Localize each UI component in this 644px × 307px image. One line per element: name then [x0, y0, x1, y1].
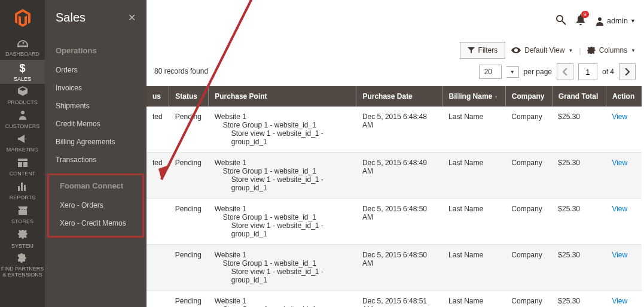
cell-action: View — [606, 291, 642, 308]
nav-label: MARKETING — [7, 147, 39, 153]
view-link[interactable]: View — [612, 159, 627, 167]
cube-icon — [18, 86, 28, 98]
cell-purchase-point: Website 1Store Group 1 - website_id_1Sto… — [209, 291, 356, 308]
nav-sales[interactable]: $ SALES — [0, 60, 45, 84]
dollar-icon: $ — [19, 62, 25, 75]
cell-action: View — [606, 245, 642, 291]
prev-page-button[interactable] — [557, 63, 573, 80]
page-input[interactable] — [578, 63, 597, 80]
columns-label: Columns — [599, 46, 627, 54]
cell-grand-total: $25.30 — [552, 107, 606, 153]
nav-label: PRODUCTS — [7, 99, 38, 105]
table-row[interactable]: tedPendingWebsite 1Store Group 1 - websi… — [146, 107, 642, 153]
nav-extensions[interactable]: FIND PARTNERS & EXTENSIONS — [0, 251, 45, 280]
flyout-shipments[interactable]: Shipments — [45, 97, 146, 115]
gear-icon — [18, 230, 28, 242]
cell-us — [146, 245, 169, 291]
cell-billing-name: Last Name — [442, 107, 505, 153]
admin-dropdown[interactable]: admin ▼ — [595, 16, 636, 26]
nav-label: SYSTEM — [11, 243, 33, 249]
magento-logo[interactable] — [0, 0, 45, 36]
cell-action: View — [606, 153, 642, 199]
nav-label: CONTENT — [10, 171, 36, 177]
cell-billing-name: Last Name — [442, 291, 505, 308]
flyout-section-operations: Operations — [45, 40, 146, 61]
nav-stores[interactable]: STORES — [0, 203, 45, 227]
puzzle-icon — [18, 253, 28, 265]
th-action[interactable]: Action — [606, 86, 642, 107]
flyout-orders[interactable]: Orders — [45, 61, 146, 79]
gear-icon — [587, 47, 596, 54]
nav-customers[interactable]: CUSTOMERS — [0, 108, 45, 132]
nav-products[interactable]: PRODUCTS — [0, 84, 45, 108]
flyout-transactions[interactable]: Transactions — [45, 151, 146, 169]
default-view-label: Default View — [524, 46, 564, 54]
cell-status: Pending — [169, 107, 209, 153]
th-company[interactable]: Company — [505, 86, 552, 107]
th-status[interactable]: Status — [169, 86, 209, 107]
cell-grand-total: $25.30 — [552, 291, 606, 308]
flyout-xero-credit-memos[interactable]: Xero - Credit Memos — [49, 214, 142, 232]
columns-dropdown[interactable]: Columns ▼ — [587, 46, 636, 54]
cell-company: Company — [505, 245, 552, 291]
nav-reports[interactable]: REPORTS — [0, 180, 45, 203]
close-icon[interactable]: ✕ — [128, 12, 136, 23]
flyout-title: Sales — [56, 11, 86, 25]
nav-dashboard[interactable]: DASHBOARD — [0, 36, 45, 60]
flyout-credit-memos[interactable]: Credit Memos — [45, 115, 146, 133]
sort-asc-icon: ↑ — [495, 94, 498, 100]
svg-rect-5 — [21, 183, 23, 191]
table-row[interactable]: PendingWebsite 1Store Group 1 - website_… — [146, 291, 642, 308]
nav-label: REPORTS — [10, 194, 35, 200]
cell-company: Company — [505, 199, 552, 245]
chevron-right-icon — [625, 68, 630, 75]
flyout-invoices[interactable]: Invoices — [45, 79, 146, 97]
nav-label: FIND PARTNERS & EXTENSIONS — [0, 266, 45, 278]
th-billing-name[interactable]: Billing Name↑ — [442, 86, 505, 107]
cell-us: ted — [146, 107, 169, 153]
default-view-dropdown[interactable]: Default View ▼ — [511, 46, 573, 54]
th-purchase-date[interactable]: Purchase Date — [356, 86, 442, 107]
table-row[interactable]: PendingWebsite 1Store Group 1 - website_… — [146, 199, 642, 245]
svg-rect-1 — [18, 159, 28, 161]
cell-purchase-date: Dec 5, 2015 6:48:51 AM — [356, 291, 442, 308]
flyout-billing-agreements[interactable]: Billing Agreements — [45, 133, 146, 151]
per-page-dropdown[interactable]: ▼ — [506, 66, 519, 78]
dashboard-icon — [17, 39, 28, 50]
cell-us — [146, 291, 169, 308]
nav-system[interactable]: SYSTEM — [0, 227, 45, 251]
th-grand-total[interactable]: Grand Total — [552, 86, 606, 107]
svg-rect-2 — [18, 162, 22, 167]
person-icon — [19, 110, 26, 122]
cell-purchase-point: Website 1Store Group 1 - website_id_1Sto… — [209, 153, 356, 199]
view-link[interactable]: View — [612, 297, 627, 305]
table-row[interactable]: tedPendingWebsite 1Store Group 1 - websi… — [146, 153, 642, 199]
cell-billing-name: Last Name — [442, 153, 505, 199]
cell-purchase-date: Dec 5, 2015 6:48:49 AM — [356, 153, 442, 199]
nav-marketing[interactable]: MARKETING — [0, 132, 45, 156]
cell-status: Pending — [169, 199, 209, 245]
search-icon[interactable] — [556, 14, 566, 27]
table-row[interactable]: PendingWebsite 1Store Group 1 - website_… — [146, 245, 642, 291]
next-page-button[interactable] — [619, 63, 636, 80]
cell-grand-total: $25.30 — [552, 245, 606, 291]
megaphone-icon — [18, 135, 28, 145]
svg-rect-6 — [24, 185, 26, 191]
th-us[interactable]: us — [146, 86, 169, 107]
flyout-xero-orders[interactable]: Xero - Orders — [49, 196, 142, 214]
filters-button[interactable]: Filters — [460, 42, 506, 59]
cell-billing-name: Last Name — [442, 199, 505, 245]
chevron-down-icon: ▼ — [630, 18, 636, 24]
orders-grid: us Status Purchase Point Purchase Date B… — [146, 86, 642, 307]
svg-point-0 — [21, 111, 25, 114]
view-link[interactable]: View — [612, 113, 627, 121]
chevron-down-icon: ▼ — [568, 48, 573, 53]
view-link[interactable]: View — [612, 251, 627, 259]
flyout-section-fooman: Fooman Connect — [49, 175, 142, 196]
th-purchase-point[interactable]: Purchase Point — [209, 86, 356, 107]
svg-point-11 — [598, 17, 602, 21]
cell-status: Pending — [169, 245, 209, 291]
nav-content[interactable]: CONTENT — [0, 156, 45, 180]
notifications-icon[interactable]: 9 — [576, 14, 585, 27]
view-link[interactable]: View — [612, 205, 627, 213]
